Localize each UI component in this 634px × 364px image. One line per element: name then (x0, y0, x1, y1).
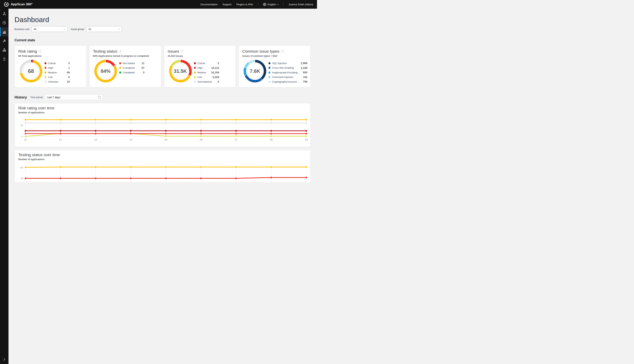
testing-status-legend: Not started11In progress57Completed0 (119, 61, 145, 75)
sidebar (0, 9, 9, 182)
legend-value: 4 (218, 80, 219, 83)
legend-row: Cryptography.Insecure…756 (269, 80, 307, 84)
business-unit-label: Business unit: (15, 28, 30, 30)
user-menu[interactable]: Joanna Smith (Altoro) (289, 3, 313, 6)
legend-row: Inappropriate Encoding…920 (269, 70, 307, 75)
legend-label: Not started (123, 62, 140, 65)
globe-icon (263, 3, 266, 6)
chart-y-axis-label: Number of applications (18, 111, 45, 114)
legend-label: Cryptography.Insecure… (272, 80, 301, 83)
legend-row: Command Injection762 (269, 75, 307, 80)
user-icon (2, 57, 7, 61)
help-icon[interactable]: ? (119, 50, 122, 53)
legend-row: High1 (45, 66, 70, 70)
nav-divider (258, 3, 258, 6)
legend-label: SQL Injection (272, 62, 299, 65)
legend-value: 19 (67, 80, 70, 83)
legend-value: 10,113 (211, 66, 219, 70)
sidebar-item-dashboard[interactable] (0, 27, 9, 36)
appscan-logo[interactable]: AppScan 360° (4, 2, 33, 7)
filters-row: Business unit: All Asset group: All (15, 26, 317, 32)
legend-dot-icon (45, 76, 47, 78)
nav-divider (283, 3, 284, 6)
risk-rating-donut: 68 (20, 60, 42, 82)
nav-support[interactable]: Support (223, 3, 231, 6)
help-icon[interactable]: ? (39, 50, 42, 53)
nav-documentation[interactable]: Documentation (200, 3, 218, 6)
legend-row: Not started11 (119, 61, 145, 66)
legend-value: 46 (67, 71, 70, 74)
language-selector[interactable]: English (263, 3, 279, 6)
legend-dot-icon (194, 67, 196, 69)
legend-label: Critical (198, 62, 216, 65)
legend-value: 5,229 (213, 76, 219, 79)
legend-dot-icon (45, 81, 47, 83)
legend-dot-icon (194, 62, 196, 64)
common-issue-types-card: Common issue types ? Issues of common ty… (239, 46, 311, 88)
legend-value: 920 (303, 71, 307, 74)
sidebar-item-profile[interactable] (0, 54, 9, 64)
legend-label: Low (48, 76, 67, 78)
svg-text:18: 18 (270, 138, 273, 141)
time-period-input[interactable]: Last 7 days (45, 94, 103, 100)
sidebar-item-scans[interactable] (0, 18, 9, 27)
legend-dot-icon (269, 81, 270, 83)
legend-value: 756 (303, 80, 307, 83)
legend-row: Informational4 (194, 80, 219, 84)
legend-row: Critical2 (45, 61, 70, 66)
chevron-down-icon (277, 3, 279, 5)
legend-label: Unknown (48, 80, 65, 83)
legend-dot-icon (194, 72, 196, 74)
legend-label: In progress (123, 66, 140, 69)
legend-dot-icon (269, 72, 270, 74)
legend-row: SQL Injection2,966 (269, 61, 307, 66)
svg-text:10: 10 (20, 177, 23, 180)
legend-dot-icon (119, 62, 121, 64)
testing-status-over-time-card: 1050 Testing status over time Number of … (15, 150, 311, 182)
nav-plugins-apis[interactable]: Plugins & APIs (236, 3, 253, 6)
issues-donut: 31.5K (169, 60, 192, 82)
legend-value: 11 (142, 62, 145, 65)
asset-group-select[interactable]: All (86, 26, 122, 32)
svg-text:19: 19 (305, 138, 308, 141)
legend-label: Low (198, 76, 211, 78)
svg-text:50: 50 (20, 166, 23, 169)
legend-dot-icon (119, 72, 121, 74)
sidebar-item-development[interactable] (0, 9, 9, 18)
business-unit-select[interactable]: All (31, 26, 68, 32)
svg-text:17: 17 (235, 138, 238, 141)
card-subtitle: 84% Applications tested in progress or c… (93, 55, 158, 57)
legend-dot-icon (194, 81, 196, 83)
legend-row: Critical2 (194, 61, 219, 66)
card-subtitle: Issues of common types: 7,632 (242, 55, 307, 57)
sidebar-item-organization[interactable] (0, 46, 9, 54)
chart-y-axis-label: Number of applications (18, 158, 45, 161)
help-icon[interactable]: ? (181, 50, 184, 53)
legend-row: Medium46 (45, 70, 70, 75)
donut-center-value: 7.6K (250, 68, 260, 74)
donut-center-value: 31.5K (174, 68, 187, 74)
testing-status-donut: 84% (94, 60, 117, 82)
chevron-down-icon (64, 28, 66, 30)
card-title: Testing status (93, 49, 117, 54)
svg-text:15: 15 (164, 138, 167, 141)
legend-value: 2 (218, 62, 219, 65)
legend-value: 2,228 (301, 66, 307, 70)
issues-legend: Critical2High10,113Medium16,184Low5,229I… (194, 61, 219, 84)
common-issue-types-legend: SQL Injection2,966Cross-Site Scripting2,… (269, 61, 307, 84)
current-state-cards: Risk rating ? 68 Total applications 68 C… (15, 46, 311, 88)
svg-text:11: 11 (24, 138, 27, 141)
help-icon[interactable]: ? (281, 50, 284, 53)
issues-card: Issues ? 31,532 Issues 31.5K Critical2Hi… (164, 46, 236, 88)
legend-label: Informational (198, 80, 216, 83)
card-subtitle: 31,532 Issues (168, 55, 233, 57)
legend-label: Cross-Site Scripting (272, 66, 299, 69)
card-title: Common issue types (242, 49, 279, 54)
legend-label: Completed (123, 71, 142, 74)
sidebar-item-administration[interactable] (0, 36, 9, 46)
testing-status-card: Testing status ? 84% Applications tested… (89, 46, 161, 88)
legend-value: 57 (142, 66, 145, 70)
legend-dot-icon (45, 62, 47, 64)
card-title: Issues (168, 49, 179, 54)
app-name: AppScan 360° (11, 2, 33, 6)
